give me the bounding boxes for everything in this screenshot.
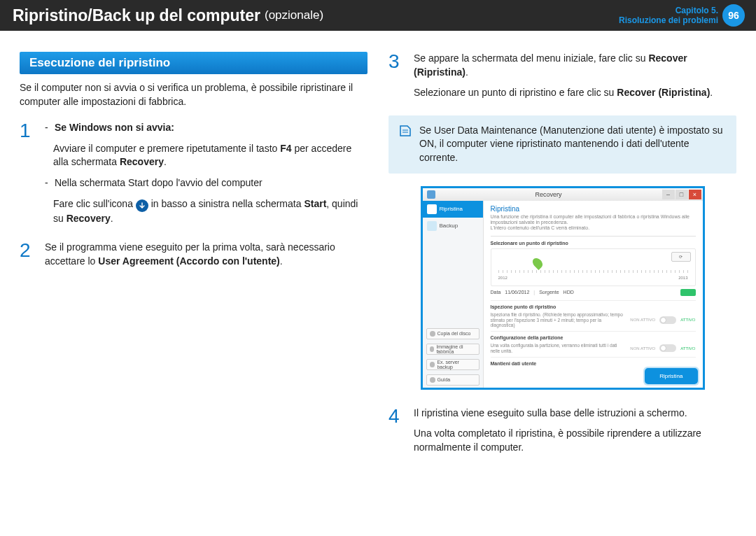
- info-note: Se User Data Maintenance (Manutenzione d…: [388, 115, 736, 174]
- right-column: 3 Se appare la schermata del menu inizia…: [388, 52, 736, 470]
- intro-paragraph: Se il computer non si avvia o si verific…: [20, 81, 368, 108]
- step4-b: Una volta completato il ripristina, è po…: [414, 427, 736, 454]
- page-header: Ripristino/Back up del computer (opziona…: [0, 0, 756, 31]
- chapter-crumb: Capitolo 5. Risoluzione dei problemi: [619, 6, 718, 25]
- step-1: 1 - Se Windows non si avvia: Avviare il …: [20, 121, 368, 232]
- sidebar-btn-exsrv[interactable]: Ex. server backup: [426, 359, 479, 370]
- step-4: 4 Il ripristina viene eseguito sulla bas…: [388, 407, 736, 462]
- toggle-on-label: ATTIVO: [680, 318, 695, 322]
- backup-icon: [427, 221, 437, 231]
- sidebar-tab-backup[interactable]: Backup: [423, 218, 483, 234]
- recovery-app-window: Recovery – □ × Ripristina Backup: [421, 186, 705, 390]
- step1-bullet1-lead: Se Windows non si avvia:: [55, 122, 174, 133]
- select-point-title: Selezionare un punto di ripristino: [491, 241, 696, 246]
- help-icon: [430, 377, 435, 383]
- source-value: HDD: [564, 290, 574, 295]
- section-heading: Esecuzione del ripristino: [20, 52, 368, 74]
- source-label: Sorgente: [539, 290, 559, 295]
- step1-start-bold: Start: [304, 198, 326, 209]
- step3-d: .: [710, 87, 713, 98]
- step3-bold2: Recover (Ripristina): [617, 87, 710, 98]
- status-chip: [680, 289, 696, 296]
- sidebar-btn-exsrv-label: Ex. server backup: [437, 360, 475, 369]
- factory-icon: [430, 346, 435, 352]
- app-titlebar: Recovery – □ ×: [423, 188, 703, 201]
- userdata-title: Mantieni dati utente: [491, 361, 696, 366]
- step3-a: Se appare la schermata del menu iniziale…: [414, 52, 648, 64]
- sidebar-btn-guide[interactable]: Guida: [426, 374, 479, 386]
- page-subtitle: (opzionale): [265, 8, 323, 22]
- inspect-title: Ispezione punto di ripristino: [491, 304, 696, 309]
- toggle-on-label: ATTIVO: [680, 346, 695, 351]
- app-desc1: Una funzione che ripristina il computer …: [491, 214, 696, 226]
- step1-key: F4: [280, 143, 291, 154]
- sidebar-tab-recover[interactable]: Ripristina: [423, 201, 483, 218]
- timeline-pin-icon[interactable]: [531, 256, 545, 270]
- chapter-line2: Risoluzione dei problemi: [619, 15, 718, 25]
- timeline-year-right: 2013: [678, 276, 687, 280]
- down-arrow-icon: [136, 199, 148, 212]
- app-sysmenu-icon[interactable]: [427, 190, 435, 199]
- step1-recovery: Recovery: [120, 156, 164, 167]
- inspect-toggle[interactable]: [659, 316, 676, 324]
- step-number: 3: [388, 52, 405, 107]
- maximize-button[interactable]: □: [676, 190, 688, 199]
- sidebar-btn-copydisk-label: Copia del disco: [438, 331, 471, 336]
- step1-recovery-bold: Recovery: [66, 213, 111, 224]
- config-title: Configurazione della partizione: [491, 335, 696, 340]
- step1-bullet1-body-a: Avviare il computer e premere ripetutame…: [53, 143, 280, 154]
- sidebar-btn-factory[interactable]: Immagine di fabbrica: [426, 344, 479, 355]
- app-main: Ripristina Una funzione che ripristina i…: [484, 201, 703, 388]
- app-title: Recovery: [435, 191, 662, 198]
- step1-bullet2: Nella schermata Start dopo l'avvio del c…: [55, 177, 262, 188]
- app-sidebar: Ripristina Backup Copia del disco Immagi…: [423, 201, 484, 388]
- page-title: Ripristino/Back up del computer: [13, 6, 260, 25]
- step1-b2-l2-a: Fare clic sull'icona: [53, 198, 136, 209]
- data-label: Data: [491, 290, 501, 295]
- timeline-year-left: 2012: [498, 276, 507, 280]
- step-2: 2 Se il programma viene eseguito per la …: [20, 241, 368, 275]
- server-icon: [430, 362, 435, 367]
- app-desc2: L'intero contenuto dell'unità C verrà el…: [491, 225, 696, 231]
- recover-button[interactable]: Ripristina: [647, 370, 695, 382]
- step-number: 2: [20, 241, 36, 275]
- step-number: 4: [388, 407, 405, 462]
- close-button[interactable]: ×: [689, 190, 701, 199]
- note-icon: [398, 124, 412, 165]
- step3-c: Selezionare un punto di ripristino e far…: [414, 87, 617, 98]
- minimize-button[interactable]: –: [662, 190, 675, 199]
- sidebar-btn-copydisk[interactable]: Copia del disco: [426, 328, 479, 339]
- step-number: 1: [20, 121, 36, 232]
- config-desc: Una volta configurata la partizione, ver…: [491, 343, 626, 354]
- restore-point-info: Data 11/06/2012 | Sorgente HDD: [491, 289, 696, 296]
- restore-timeline[interactable]: ⟳ 2012 2013: [491, 248, 696, 286]
- app-heading: Ripristina: [491, 205, 696, 213]
- recover-icon: [427, 204, 437, 214]
- sidebar-tab-backup-label: Backup: [440, 223, 458, 229]
- partition-toggle[interactable]: [659, 344, 676, 352]
- sidebar-btn-guide-label: Guida: [438, 377, 451, 382]
- note-text: Se User Data Maintenance (Manutenzione d…: [419, 124, 727, 165]
- disk-icon: [430, 331, 435, 337]
- factory-state-button[interactable]: ⟳: [671, 252, 691, 262]
- data-value: 11/06/2012: [505, 290, 529, 295]
- step-3: 3 Se appare la schermata del menu inizia…: [388, 52, 736, 107]
- step2-b: .: [280, 255, 283, 267]
- step4-a: Il ripristina viene eseguito sulla base …: [414, 407, 736, 421]
- page-number-badge: 96: [722, 4, 745, 27]
- toggle-off-label: NON ATTIVO: [630, 346, 655, 351]
- chapter-line1: Capitolo 5.: [619, 6, 718, 15]
- step3-b: .: [465, 66, 468, 78]
- inspect-desc: Ispeziona file di ripristino. (Richiede …: [491, 312, 626, 328]
- left-column: Esecuzione del ripristino Se il computer…: [20, 52, 368, 470]
- step1-b2-l2-b: in basso a sinistra nella schermata: [151, 198, 304, 209]
- toggle-off-label: NON ATTIVO: [630, 318, 655, 322]
- sidebar-tab-recover-label: Ripristina: [440, 206, 463, 212]
- sidebar-btn-factory-label: Immagine di fabbrica: [436, 344, 475, 354]
- step2-bold: User Agreement (Accordo con l'utente): [98, 255, 280, 267]
